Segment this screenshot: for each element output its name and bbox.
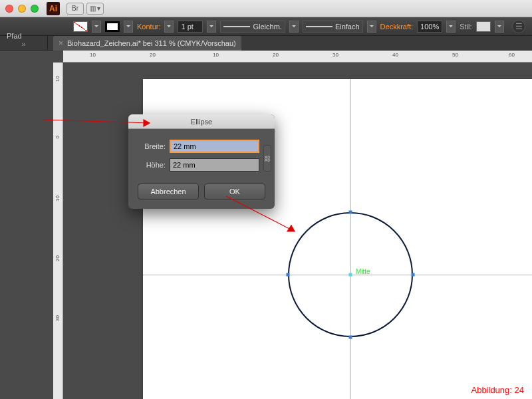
constrain-proportions-icon[interactable]: ⛓ <box>263 145 271 172</box>
bridge-button[interactable]: Br <box>66 3 84 15</box>
document-tab-title: Biohazard_Zeichen.ai* bei 311 % (CMYK/Vo… <box>67 39 236 47</box>
dialog-title: Ellipse <box>128 114 275 129</box>
minimize-window-icon[interactable] <box>18 5 26 13</box>
width-input[interactable] <box>170 140 259 153</box>
anchor-bottom[interactable] <box>349 336 352 339</box>
anchor-left[interactable] <box>287 273 290 277</box>
center-point <box>349 273 352 277</box>
opacity-label: Deckkraft: <box>380 23 414 31</box>
brush-dropdown[interactable] <box>367 21 376 33</box>
ruler-vertical: 100102030 <box>53 63 63 399</box>
stroke-weight-dropdown[interactable] <box>207 21 216 33</box>
profile-dropdown[interactable] <box>289 21 299 33</box>
fill-dropdown[interactable] <box>92 21 101 33</box>
brush-definition[interactable]: Einfach <box>303 21 363 33</box>
app-icon: Ai <box>47 2 60 15</box>
stroke-swatch[interactable] <box>105 21 120 32</box>
ok-button[interactable]: OK <box>204 184 265 200</box>
style-dropdown[interactable] <box>495 21 504 33</box>
close-window-icon[interactable] <box>5 5 13 13</box>
stroke-weight-down[interactable] <box>164 21 174 33</box>
style-swatch[interactable] <box>476 21 491 32</box>
control-bar: Kontur: 1 pt Gleichm. Einfach Deckkraft:… <box>0 17 532 36</box>
opacity-dropdown[interactable] <box>446 21 456 33</box>
figure-caption: Abbildung: 24 <box>471 385 524 395</box>
height-label: Höhe: <box>138 161 166 169</box>
document-tab[interactable]: × Biohazard_Zeichen.ai* bei 311 % (CMYK/… <box>53 36 241 51</box>
stroke-dropdown[interactable] <box>124 21 133 33</box>
window-controls <box>5 5 39 13</box>
canvas[interactable]: Mitte <box>63 63 532 399</box>
zoom-window-icon[interactable] <box>31 5 39 13</box>
smart-guide-label: Mitte <box>356 268 370 275</box>
panel-menu-icon[interactable]: ☰ <box>512 20 525 33</box>
ruler-horizontal: 1020102030405060 <box>63 51 532 63</box>
anchor-right[interactable] <box>412 273 415 277</box>
document-tabs: × Biohazard_Zeichen.ai* bei 311 % (CMYK/… <box>0 36 532 51</box>
fill-swatch[interactable] <box>73 21 88 32</box>
close-tab-icon[interactable]: × <box>59 39 63 48</box>
variable-width-profile[interactable]: Gleichm. <box>220 21 285 33</box>
selection-type-label: Pfad <box>7 32 22 40</box>
height-input[interactable] <box>170 158 259 172</box>
titlebar: Ai Br ▥ ▾ <box>0 0 532 17</box>
width-label: Breite: <box>138 142 166 150</box>
stroke-weight-field[interactable]: 1 pt <box>178 21 203 33</box>
opacity-field[interactable]: 100% <box>417 21 442 33</box>
workspace: 1020102030405060 100102030 Mitte <box>0 51 532 399</box>
arrange-documents-button[interactable]: ▥ ▾ <box>86 3 104 15</box>
profile-label: Gleichm. <box>253 23 281 31</box>
kontur-label: Kontur: <box>137 23 160 31</box>
cancel-button[interactable]: Abbrechen <box>138 184 199 200</box>
ellipse-dialog: Ellipse Breite: Höhe: ⛓ Abbrechen OK <box>128 114 275 209</box>
style-label: Stil: <box>460 23 471 31</box>
anchor-top[interactable] <box>349 211 352 214</box>
brush-label: Einfach <box>335 23 360 31</box>
